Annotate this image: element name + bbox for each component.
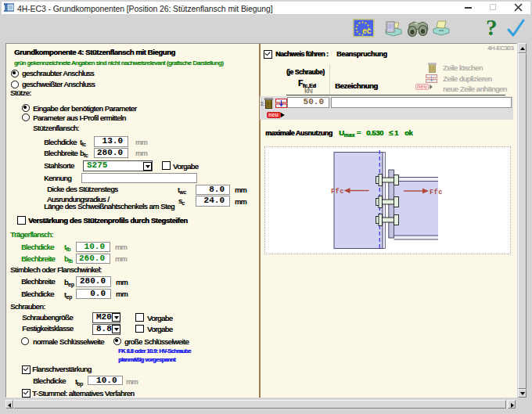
svg-text:Ffc: Ffc: [331, 188, 344, 196]
svg-text:ec: ec: [362, 26, 372, 35]
svg-text:Ffc: Ffc: [430, 189, 443, 196]
